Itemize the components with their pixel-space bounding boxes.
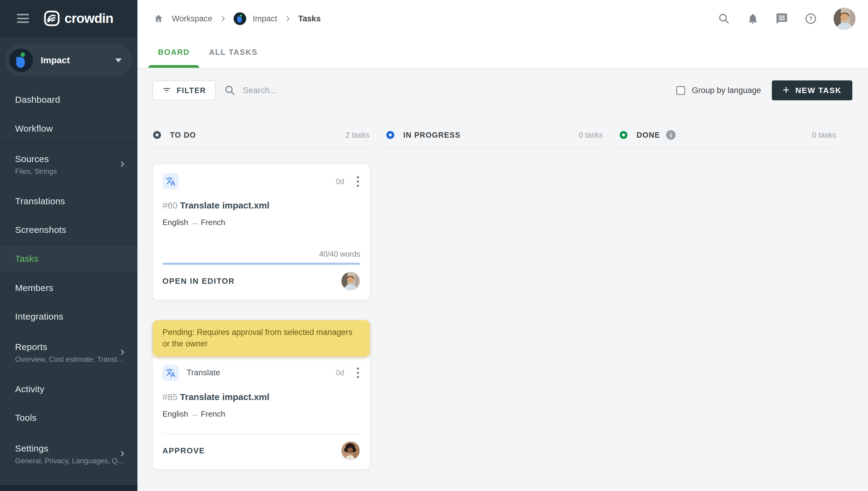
- column-todo-header: TO DO 2 tasks: [152, 128, 370, 141]
- tabs-bar: BOARD ALL TASKS: [137, 37, 868, 68]
- search-box: [224, 85, 677, 96]
- sidebar-header: crowdin: [0, 0, 137, 37]
- search-input[interactable]: [243, 86, 454, 95]
- sidebar-item-workflow[interactable]: Workflow: [0, 114, 137, 143]
- help-icon[interactable]: ?: [804, 12, 817, 25]
- sidebar-item-activity[interactable]: Activity: [0, 375, 137, 404]
- brand-name: crowdin: [64, 11, 113, 26]
- pending-approval-banner: Pending: Requires approval from selected…: [153, 320, 370, 356]
- search-icon: [224, 85, 236, 96]
- card-60-actions: OPEN IN EDITOR: [163, 268, 360, 294]
- sidebar-item-dashboard[interactable]: Dashboard: [0, 86, 137, 114]
- done-count: 0 tasks: [812, 131, 836, 140]
- card-60-title[interactable]: #60Translate impact.xml: [163, 200, 360, 210]
- card-85-body: Translate 0d #85Translate impact.xml: [153, 356, 370, 469]
- sidebar-item-sources[interactable]: Sources Files, Strings: [0, 143, 137, 187]
- group-by-language[interactable]: Group by language: [676, 86, 761, 95]
- sidebar-item-members[interactable]: Members: [0, 273, 137, 302]
- home-icon[interactable]: [152, 12, 165, 25]
- sidebar-item-settings[interactable]: Settings General, Privacy, Languages, Q…: [0, 433, 137, 476]
- new-task-button[interactable]: + NEW TASK: [772, 80, 852, 100]
- breadcrumb-project-icon: [233, 12, 246, 25]
- topbar: Workspace Impact Tasks ?: [137, 0, 868, 37]
- done-status-icon: [620, 131, 627, 139]
- column-done: DONE i 0 tasks: [619, 128, 837, 470]
- card-85-menu-kebab-icon[interactable]: [356, 366, 360, 379]
- card-85-header: Translate 0d: [163, 365, 360, 381]
- hamburger-menu-icon[interactable]: [17, 14, 29, 23]
- translate-task-icon: [163, 365, 179, 381]
- chevron-right-icon: [219, 15, 227, 23]
- kanban-board: TO DO 2 tasks 0d: [152, 128, 852, 470]
- column-in-progress: IN PROGRESS 0 tasks: [386, 128, 604, 470]
- card-60-word-count: 40/40 words: [319, 250, 360, 258]
- in-progress-count: 0 tasks: [579, 131, 603, 140]
- sidebar-footer-strip: [0, 485, 137, 491]
- board-content: FILTER Group by language + NEW TASK: [137, 68, 868, 491]
- chevron-right-icon: [119, 450, 126, 459]
- project-logo-icon: [9, 49, 33, 72]
- breadcrumb-page: Tasks: [298, 14, 321, 24]
- arrow-right-icon: →: [188, 218, 201, 227]
- sidebar-item-tasks[interactable]: Tasks: [0, 244, 137, 273]
- notifications-bell-icon[interactable]: [746, 12, 759, 25]
- user-avatar[interactable]: [833, 7, 856, 30]
- breadcrumb: Workspace Impact Tasks: [152, 12, 717, 25]
- main-area: Workspace Impact Tasks ?: [137, 0, 868, 491]
- card-60-progress-fill: [163, 263, 360, 265]
- column-todo: TO DO 2 tasks 0d: [152, 128, 370, 470]
- sidebar-nav: Dashboard Workflow Sources Files, String…: [0, 86, 137, 491]
- messages-chat-icon[interactable]: [775, 12, 788, 25]
- column-done-header: DONE i 0 tasks: [619, 128, 837, 141]
- crowdin-logo-icon: [44, 10, 60, 26]
- project-selector[interactable]: Impact: [5, 44, 133, 77]
- card-60-header: 0d: [163, 173, 360, 190]
- group-by-language-checkbox[interactable]: [676, 86, 685, 95]
- project-name: Impact: [41, 55, 115, 65]
- todo-status-icon: [153, 131, 161, 139]
- column-in-progress-header: IN PROGRESS 0 tasks: [386, 128, 604, 141]
- sidebar-item-reports[interactable]: Reports Overview, Cost estimate, Transl…: [0, 331, 137, 375]
- crowdin-brand: crowdin: [44, 10, 113, 26]
- sidebar-item-sources-subtitle: Files, Strings: [15, 167, 57, 176]
- column-divider: [386, 148, 604, 148]
- sidebar-item-integrations[interactable]: Integrations: [0, 302, 137, 331]
- card-60-assignee-avatar[interactable]: [341, 271, 360, 291]
- card-85-divider: [163, 434, 360, 434]
- crowdin-tasks-page: crowdin Impact Dashboard Workflow Source…: [0, 0, 868, 491]
- column-divider: [152, 148, 370, 148]
- open-in-editor-button[interactable]: OPEN IN EDITOR: [163, 277, 235, 286]
- chevron-down-icon: [115, 58, 122, 62]
- card-85-title[interactable]: #85Translate impact.xml: [163, 392, 360, 402]
- info-icon[interactable]: i: [666, 130, 676, 140]
- sidebar: crowdin Impact Dashboard Workflow Source…: [0, 0, 137, 491]
- search-icon[interactable]: [717, 12, 731, 25]
- task-card-60[interactable]: 0d #60Translate impact.xml English→Frenc…: [152, 164, 370, 300]
- topbar-icons: ?: [717, 7, 856, 30]
- card-60-menu-kebab-icon[interactable]: [356, 175, 360, 188]
- card-60-progress-bar: [163, 263, 360, 265]
- tab-board[interactable]: BOARD: [148, 48, 199, 68]
- column-divider: [619, 148, 837, 148]
- todo-count: 2 tasks: [346, 131, 369, 140]
- svg-text:?: ?: [809, 15, 813, 22]
- sidebar-item-translations[interactable]: Translations: [0, 187, 137, 216]
- card-85-actions: APPROVE: [163, 437, 360, 464]
- sidebar-item-screenshots[interactable]: Screenshots: [0, 216, 137, 244]
- sidebar-item-tools[interactable]: Tools: [0, 404, 137, 433]
- arrow-right-icon: →: [188, 409, 201, 418]
- card-85-type-label: Translate: [187, 368, 220, 377]
- chevron-right-icon: [119, 161, 126, 169]
- translate-task-icon: [163, 173, 179, 190]
- card-85-assignee-avatar[interactable]: [341, 441, 360, 460]
- tab-all-tasks[interactable]: ALL TASKS: [199, 48, 267, 68]
- card-60-languages: English→French: [163, 218, 360, 227]
- card-85-duration: 0d: [336, 368, 344, 377]
- breadcrumb-project[interactable]: Impact: [253, 14, 277, 24]
- approve-button[interactable]: APPROVE: [163, 446, 205, 456]
- task-card-85[interactable]: Pending: Requires approval from selected…: [152, 320, 370, 470]
- sidebar-item-settings-subtitle: General, Privacy, Languages, Q…: [15, 457, 125, 465]
- breadcrumb-workspace[interactable]: Workspace: [172, 14, 213, 24]
- filter-button[interactable]: FILTER: [152, 80, 216, 100]
- sidebar-item-reports-subtitle: Overview, Cost estimate, Transl…: [15, 355, 124, 364]
